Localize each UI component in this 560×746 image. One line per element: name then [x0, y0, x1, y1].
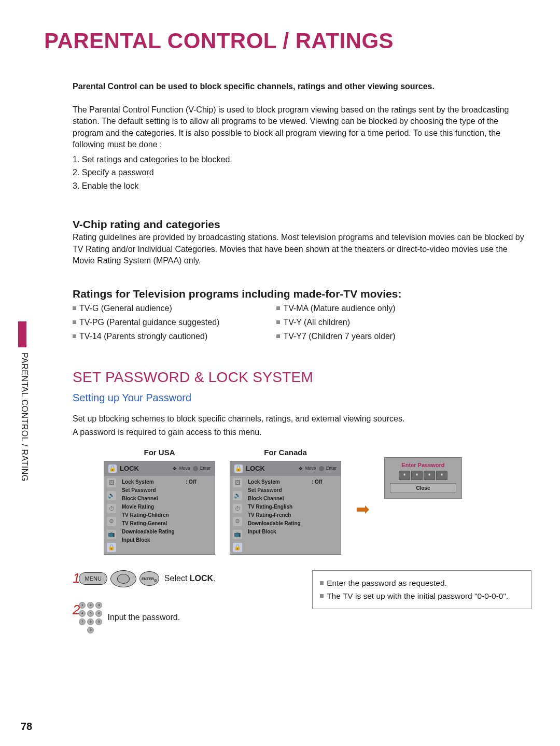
- lock-icon[interactable]: 🔒: [107, 543, 116, 552]
- osd-title: LOCK: [246, 465, 265, 472]
- enter-password-dialog: Enter Password * * * * Close: [384, 457, 462, 499]
- option-icon[interactable]: ⚙: [107, 517, 116, 526]
- tv-icon[interactable]: 📺: [107, 530, 116, 539]
- osd-item[interactable]: Downloadable Rating: [122, 528, 212, 536]
- vchip-heading: V-Chip rating and categories: [73, 218, 531, 231]
- page-number: 78: [21, 721, 32, 733]
- enter-button[interactable]: ENTER⊙: [139, 571, 159, 586]
- osd-item[interactable]: TV Rating-English: [248, 503, 338, 511]
- rating-item: TV-MA (Mature audience only): [276, 301, 395, 315]
- enter-password-title: Enter Password: [390, 462, 456, 468]
- osd-item[interactable]: Input Block: [122, 536, 212, 544]
- rating-item: TV-PG (Parental guidance suggested): [73, 315, 219, 329]
- enter-icon: [319, 466, 324, 471]
- osd-item[interactable]: Set Password: [248, 486, 338, 495]
- password-digit[interactable]: *: [436, 471, 447, 480]
- move-icon: ✥: [299, 466, 304, 471]
- intro-paragraph: The Parental Control Function (V-Chip) i…: [73, 104, 531, 151]
- note-line-2: The TV is set up with the initial passwo…: [327, 592, 508, 600]
- bullet-icon: [73, 306, 76, 310]
- lock-icon[interactable]: 🔒: [233, 543, 242, 552]
- option-icon[interactable]: ⚙: [233, 517, 242, 526]
- osd-item[interactable]: TV Rating-General: [122, 519, 212, 528]
- audio-icon[interactable]: 🔊: [107, 491, 116, 500]
- osd-item[interactable]: Block Channel: [122, 495, 212, 503]
- bullet-icon: [73, 320, 76, 324]
- osd-item[interactable]: Downloadable Rating: [248, 519, 338, 528]
- lock-icon: 🔒: [234, 465, 243, 473]
- setpw-p2: A password is required to gain access to…: [73, 427, 531, 438]
- picture-icon[interactable]: 🖼: [233, 478, 242, 487]
- password-digit[interactable]: *: [424, 471, 435, 480]
- intro-step-2: 2. Specify a password: [73, 166, 531, 179]
- osd-item[interactable]: Set Password: [122, 486, 212, 495]
- bullet-icon: [276, 306, 280, 310]
- osd-item[interactable]: TV Rating-French: [248, 511, 338, 519]
- canada-panel-label: For Canada: [264, 448, 307, 457]
- step-1-text: Select LOCK.: [164, 574, 216, 583]
- setpw-p1: Set up blocking schemes to block specifi…: [73, 413, 531, 425]
- time-icon[interactable]: ⏱: [233, 504, 242, 513]
- side-section-label: PARENTAL CONTROL / RATING: [20, 353, 29, 482]
- osd-title: LOCK: [120, 465, 139, 472]
- osd-hints: ✥ Move Enter: [173, 466, 211, 471]
- close-button[interactable]: Close: [390, 483, 456, 493]
- osd-panel-usa: 🔒 LOCK ✥ Move Enter 🖼 🔊 ⏱ ⚙ 📺: [104, 461, 215, 555]
- numpad-icon[interactable]: 123 456 789 0: [79, 602, 102, 634]
- osd-item-lock-system[interactable]: Lock System: Off: [248, 478, 338, 486]
- move-icon: ✥: [173, 466, 178, 471]
- rating-item: TV-Y7 (Children 7 years older): [276, 329, 395, 343]
- password-digit[interactable]: *: [399, 471, 410, 480]
- intro-step-1: 1. Set ratings and categories to be bloc…: [73, 153, 531, 166]
- rating-item: TV-G (General audience): [73, 301, 219, 315]
- osd-item[interactable]: Input Block: [248, 528, 338, 536]
- side-tab: [18, 321, 26, 347]
- setpassword-subheading: Setting up Your Password: [73, 392, 531, 404]
- note-line-1: Enter the password as requested.: [327, 579, 447, 587]
- time-icon[interactable]: ⏱: [107, 504, 116, 513]
- password-digit[interactable]: *: [411, 471, 423, 480]
- dpad-icon[interactable]: [110, 570, 136, 587]
- osd-item[interactable]: Movie Rating: [122, 503, 212, 511]
- bullet-icon: [276, 320, 280, 324]
- bullet-icon: [320, 581, 324, 585]
- osd-panel-canada: 🔒 LOCK ✥ Move Enter 🖼 🔊 ⏱ ⚙ 📺: [230, 461, 341, 555]
- osd-item[interactable]: TV Rating-Children: [122, 511, 212, 519]
- ratings-heading: Ratings for Television programs includin…: [73, 288, 531, 300]
- setpassword-heading: SET PASSWORD & LOCK SYSTEM: [73, 369, 531, 386]
- page-title: PARENTAL CONTROL / RATINGS: [44, 29, 531, 53]
- intro-step-3: 3. Enable the lock: [73, 179, 531, 193]
- bullet-icon: [73, 334, 76, 338]
- menu-button[interactable]: MENU: [79, 572, 107, 585]
- rating-item: TV-14 (Parents strongly cautioned): [73, 329, 219, 343]
- tv-icon[interactable]: 📺: [233, 530, 242, 539]
- osd-hints: ✥ Move Enter: [299, 466, 337, 471]
- notes-box: Enter the password as requested. The TV …: [312, 570, 531, 610]
- arrow-icon: ➡: [356, 499, 370, 519]
- intro-summary: Parental Control can be used to block sp…: [73, 82, 531, 91]
- osd-item[interactable]: Block Channel: [248, 495, 338, 503]
- lock-icon: 🔒: [108, 465, 117, 473]
- rating-item: TV-Y (All children): [276, 315, 395, 329]
- audio-icon[interactable]: 🔊: [233, 491, 242, 500]
- vchip-paragraph: Rating guidelines are provided by broadc…: [73, 232, 531, 266]
- enter-icon: [193, 466, 198, 471]
- bullet-icon: [276, 334, 280, 338]
- bullet-icon: [320, 594, 324, 598]
- picture-icon[interactable]: 🖼: [107, 478, 116, 487]
- osd-item-lock-system[interactable]: Lock System: Off: [122, 478, 212, 486]
- usa-panel-label: For USA: [144, 448, 175, 457]
- step-2-text: Input the password.: [107, 613, 180, 622]
